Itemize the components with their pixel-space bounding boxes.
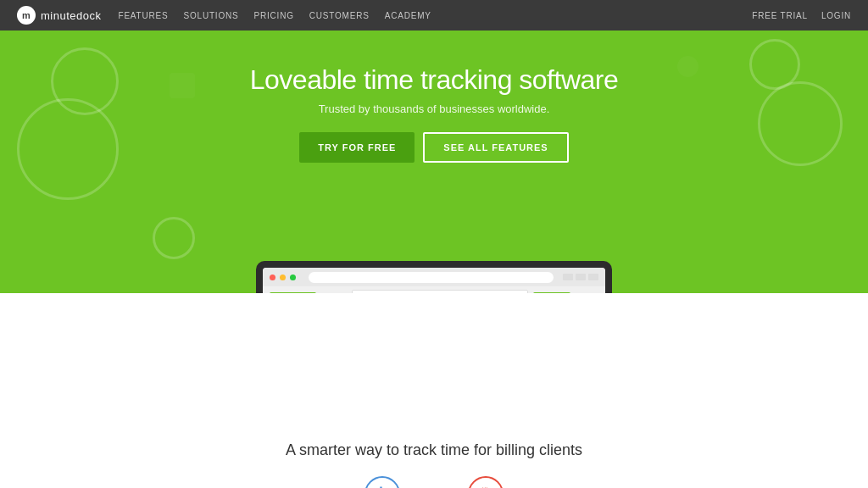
client-tag: Olyolu (321, 293, 347, 294)
deco-6 (170, 73, 195, 98)
nav-right: FREE TRIAL LOGIN (752, 11, 851, 20)
try-free-button[interactable]: TRY FOR FREE (299, 132, 415, 163)
close-dot (270, 274, 275, 280)
deco-2 (17, 98, 119, 200)
laptop-mockup: minutedock Olyolu presenting the new mar… (256, 261, 612, 293)
task-input[interactable]: presenting the new marketing site (352, 290, 529, 293)
timer-icon: ⏱ (364, 476, 400, 488)
nav-solutions[interactable]: SOLUTIONS (183, 11, 238, 20)
navbar: m minutedock FEATURES SOLUTIONS PRICING … (0, 0, 868, 30)
bottom-title: A smarter way to track time for billing … (286, 441, 582, 459)
url-bar (309, 272, 554, 283)
nav-pricing[interactable]: PRICING (253, 11, 293, 20)
icon-item-timer: ⏱ (364, 476, 400, 488)
logo-icon: m (17, 6, 36, 25)
log-button[interactable]: LOG (576, 293, 598, 294)
hero-title: Loveable time tracking software (250, 64, 619, 96)
bottom-section: A smarter way to track time for billing … (0, 293, 868, 488)
nav-icon-2 (576, 274, 586, 280)
nav-features[interactable]: FEATURES (118, 11, 168, 20)
feature-icons-row: ⏱ 🗒 (364, 476, 504, 488)
nav-login[interactable]: LOGIN (821, 11, 851, 20)
laptop-screen: minutedock Olyolu presenting the new mar… (263, 268, 605, 293)
deco-4 (758, 81, 843, 166)
maximize-dot (290, 274, 296, 280)
app-mockup: minutedock Olyolu presenting the new mar… (256, 261, 612, 293)
timer-display: 00:44:22 (533, 292, 570, 294)
nav-free-trial[interactable]: FREE TRIAL (752, 11, 808, 20)
app-toolbar: minutedock Olyolu presenting the new mar… (263, 286, 605, 293)
deco-5 (153, 217, 195, 259)
nav-icon (563, 274, 573, 280)
laptop-top-bar (263, 268, 605, 286)
see-all-features-button[interactable]: SEE ALL FEATURES (423, 132, 568, 163)
deco-7 (677, 56, 698, 77)
hero-subtitle: Trusted by thousands of businesses world… (319, 103, 550, 115)
nav-logo[interactable]: m minutedock (17, 6, 101, 25)
nav-left: m minutedock FEATURES SOLUTIONS PRICING … (17, 6, 431, 25)
invoice-icon: 🗒 (468, 476, 504, 488)
nav-customers[interactable]: CUSTOMERS (309, 11, 370, 20)
minimize-dot (280, 274, 286, 280)
nav-links: FEATURES SOLUTIONS PRICING CUSTOMERS ACA… (118, 11, 431, 20)
nav-academy[interactable]: ACADEMY (385, 11, 431, 20)
icon-item-invoice: 🗒 (468, 476, 504, 488)
logo-text: minutedock (41, 9, 101, 22)
app-logo: minutedock (270, 292, 316, 294)
nav-icon-3 (588, 274, 598, 280)
hero-section: Loveable time tracking software Trusted … (0, 30, 868, 293)
hero-buttons: TRY FOR FREE SEE ALL FEATURES (299, 132, 568, 163)
